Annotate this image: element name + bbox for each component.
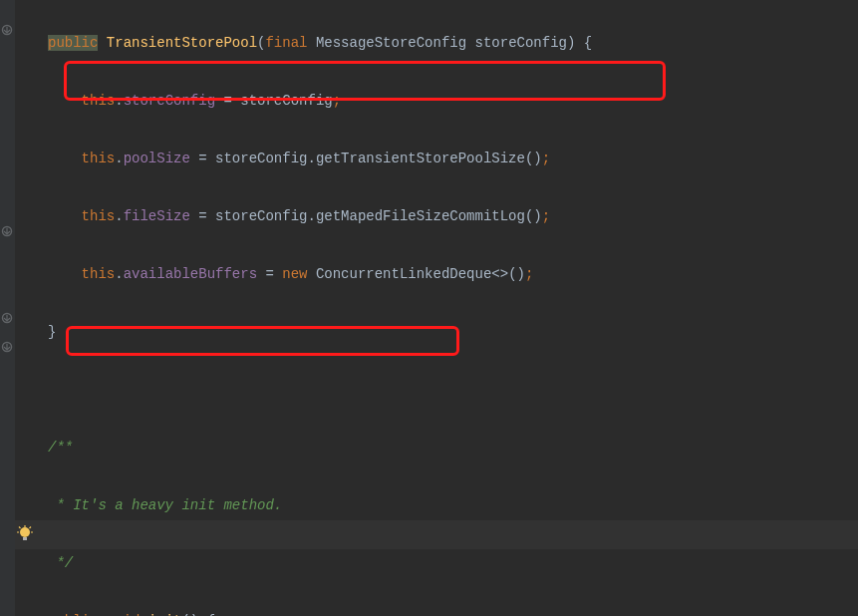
code-line[interactable] [15, 376, 858, 405]
editor-gutter [0, 0, 15, 616]
code-line[interactable]: } [15, 318, 858, 347]
svg-point-4 [20, 527, 30, 537]
override-gutter-icon[interactable] [1, 341, 13, 353]
code-line[interactable]: this.storeConfig = storeConfig; [15, 87, 858, 116]
code-line[interactable]: /** [15, 434, 858, 462]
code-line[interactable]: public TransientStorePool(final MessageS… [15, 29, 858, 58]
code-line[interactable]: this.poolSize = storeConfig.getTransient… [15, 145, 858, 173]
intention-bulb-icon[interactable] [16, 525, 34, 543]
code-editor[interactable]: public TransientStorePool(final MessageS… [15, 0, 858, 616]
override-gutter-icon[interactable] [1, 312, 13, 324]
override-gutter-icon[interactable] [1, 24, 13, 36]
code-line[interactable]: * It's a heavy init method. [15, 491, 858, 520]
code-line[interactable]: */ [15, 549, 858, 578]
svg-rect-5 [23, 537, 27, 540]
code-line[interactable]: public void init() { [15, 607, 858, 616]
override-gutter-icon[interactable] [1, 225, 13, 237]
code-line[interactable]: this.fileSize = storeConfig.getMapedFile… [15, 202, 858, 231]
code-line[interactable]: this.availableBuffers = new ConcurrentLi… [15, 260, 858, 289]
